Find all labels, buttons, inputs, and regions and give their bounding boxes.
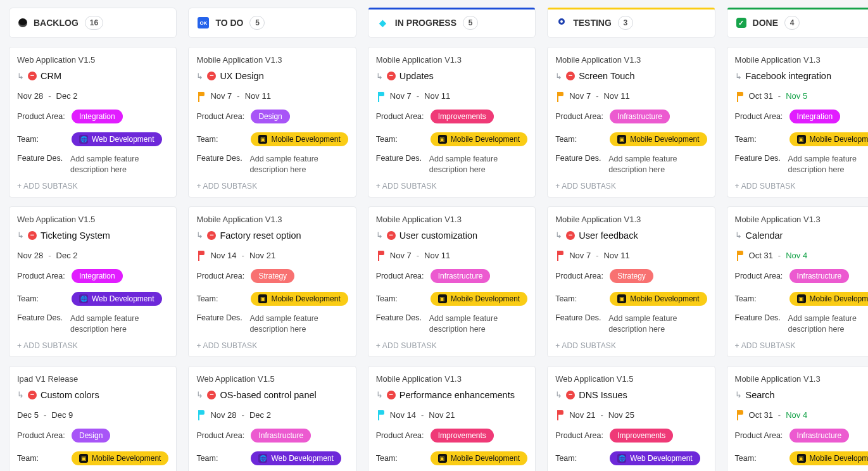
team-pill[interactable]: ▣ Mobile Development: [789, 292, 868, 306]
task-card[interactable]: Mobile Application V1.3 ↳ Calendar Oct 3…: [727, 206, 868, 357]
team-pill[interactable]: ▣ Mobile Development: [789, 451, 868, 465]
column-header-inprogress[interactable]: ◆ IN PROGRESS 5: [368, 8, 536, 38]
end-date[interactable]: Nov 11: [245, 91, 271, 101]
epic-name[interactable]: Mobile Application V1.3: [196, 212, 348, 227]
epic-name[interactable]: Web Application V1.5: [17, 53, 168, 67]
task-card[interactable]: Mobile Application V1.3 ↳ Factory reset …: [188, 206, 356, 357]
add-subtask-button[interactable]: + ADD SUBTASK: [196, 341, 348, 350]
team-pill[interactable]: 🌐 Web Development: [251, 451, 341, 465]
epic-name[interactable]: Web Application V1.5: [555, 372, 707, 386]
task-card[interactable]: Mobile Application V1.3 ↳ UX Design Nov …: [188, 47, 356, 198]
epic-name[interactable]: Mobile Application V1.3: [735, 372, 868, 386]
end-date[interactable]: Dec 2: [249, 410, 271, 420]
product-area-pill[interactable]: Infrastructure: [251, 429, 311, 443]
add-subtask-button[interactable]: + ADD SUBTASK: [17, 341, 168, 350]
start-date[interactable]: Nov 28: [210, 410, 236, 420]
team-pill[interactable]: ▣ Mobile Development: [251, 292, 348, 306]
end-date[interactable]: Nov 5: [786, 91, 807, 101]
start-date[interactable]: Nov 7: [390, 251, 412, 260]
epic-name[interactable]: Mobile Application V1.3: [735, 53, 868, 67]
epic-name[interactable]: Ipad V1 Release: [17, 372, 168, 386]
team-pill[interactable]: 🌐 Web Development: [610, 451, 700, 465]
end-date[interactable]: Nov 21: [249, 251, 275, 260]
epic-name[interactable]: Mobile Application V1.3: [376, 372, 527, 386]
start-date[interactable]: Nov 21: [569, 410, 595, 420]
start-date[interactable]: Nov 7: [569, 251, 591, 260]
epic-name[interactable]: Mobile Application V1.3: [376, 53, 527, 67]
add-subtask-button[interactable]: + ADD SUBTASK: [735, 182, 868, 191]
end-date[interactable]: Nov 11: [603, 251, 629, 260]
product-area-pill[interactable]: Improvements: [431, 429, 494, 443]
add-subtask-button[interactable]: + ADD SUBTASK: [555, 182, 707, 191]
end-date[interactable]: Nov 4: [786, 251, 807, 260]
start-date[interactable]: Oct 31: [749, 251, 773, 260]
product-area-pill[interactable]: Improvements: [610, 429, 673, 443]
product-area-pill[interactable]: Infrastructure: [789, 269, 850, 283]
product-area-pill[interactable]: Integration: [789, 110, 841, 123]
product-area-pill[interactable]: Improvements: [431, 110, 494, 123]
product-area-pill[interactable]: Infrastructure: [610, 110, 670, 123]
task-card[interactable]: Mobile Application V1.3 ↳ User feedback …: [547, 206, 715, 357]
product-area-pill[interactable]: Integration: [72, 269, 123, 283]
task-card[interactable]: Mobile Application V1.3 ↳ User customiza…: [368, 206, 536, 357]
product-area-pill[interactable]: Integration: [72, 110, 123, 123]
epic-name[interactable]: Mobile Application V1.3: [376, 212, 527, 227]
task-card[interactable]: Ipad V1 Release ↳ Custom colors Dec 5 - …: [9, 366, 177, 472]
start-date[interactable]: Nov 28: [17, 91, 43, 101]
product-area-pill[interactable]: Strategy: [251, 269, 294, 283]
epic-name[interactable]: Mobile Application V1.3: [735, 212, 868, 227]
product-area-pill[interactable]: Infrastructure: [431, 269, 491, 283]
end-date[interactable]: Nov 4: [786, 410, 807, 420]
start-date[interactable]: Nov 7: [569, 91, 591, 101]
end-date[interactable]: Dec 2: [56, 91, 78, 101]
team-pill[interactable]: 🌐 Web Development: [72, 292, 162, 306]
end-date[interactable]: Nov 21: [429, 410, 455, 420]
team-pill[interactable]: ▣ Mobile Development: [72, 451, 168, 465]
end-date[interactable]: Dec 9: [51, 410, 73, 420]
add-subtask-button[interactable]: + ADD SUBTASK: [376, 341, 527, 350]
epic-name[interactable]: Web Application V1.5: [196, 372, 348, 386]
start-date[interactable]: Nov 14: [210, 251, 236, 260]
team-pill[interactable]: ▣ Mobile Development: [431, 292, 527, 306]
add-subtask-button[interactable]: + ADD SUBTASK: [555, 341, 707, 350]
epic-name[interactable]: Mobile Application V1.3: [555, 212, 707, 227]
team-pill[interactable]: 🌐 Web Development: [72, 132, 162, 146]
end-date[interactable]: Nov 25: [608, 410, 634, 420]
column-header-backlog[interactable]: BACKLOG 16: [9, 8, 177, 38]
end-date[interactable]: Nov 11: [424, 91, 450, 101]
add-subtask-button[interactable]: + ADD SUBTASK: [17, 182, 168, 191]
team-pill[interactable]: ▣ Mobile Development: [610, 132, 707, 146]
add-subtask-button[interactable]: + ADD SUBTASK: [376, 182, 527, 191]
end-date[interactable]: Nov 11: [603, 91, 629, 101]
end-date[interactable]: Nov 11: [424, 251, 450, 260]
product-area-pill[interactable]: Strategy: [610, 269, 653, 283]
start-date[interactable]: Dec 5: [17, 410, 39, 420]
task-card[interactable]: Mobile Application V1.3 ↳ Search Oct 31 …: [727, 366, 868, 472]
start-date[interactable]: Nov 28: [17, 251, 43, 260]
epic-name[interactable]: Web Application V1.5: [17, 212, 168, 227]
task-card[interactable]: Mobile Application V1.3 ↳ Performance en…: [368, 366, 536, 472]
column-header-testing[interactable]: TESTING 3: [547, 8, 715, 38]
start-date[interactable]: Nov 14: [390, 410, 416, 420]
team-pill[interactable]: ▣ Mobile Development: [251, 132, 348, 146]
epic-name[interactable]: Mobile Application V1.3: [555, 53, 707, 67]
task-card[interactable]: Web Application V1.5 ↳ DNS Issues Nov 21…: [547, 366, 715, 472]
end-date[interactable]: Dec 2: [56, 251, 78, 260]
task-card[interactable]: Web Application V1.5 ↳ Ticketing System …: [9, 206, 177, 357]
epic-name[interactable]: Mobile Application V1.3: [196, 53, 348, 67]
team-pill[interactable]: ▣ Mobile Development: [789, 132, 868, 146]
column-header-done[interactable]: ✓ DONE 4: [727, 8, 868, 38]
start-date[interactable]: Nov 7: [210, 91, 232, 101]
add-subtask-button[interactable]: + ADD SUBTASK: [735, 341, 868, 350]
team-pill[interactable]: ▣ Mobile Development: [431, 132, 527, 146]
product-area-pill[interactable]: Design: [72, 429, 110, 443]
task-card[interactable]: Web Application V1.5 ↳ OS-based control …: [188, 366, 356, 472]
task-card[interactable]: Mobile Application V1.3 ↳ Facebook integ…: [727, 47, 868, 198]
start-date[interactable]: Oct 31: [749, 410, 773, 420]
start-date[interactable]: Oct 31: [749, 91, 773, 101]
task-card[interactable]: Mobile Application V1.3 ↳ Updates Nov 7 …: [368, 47, 536, 198]
product-area-pill[interactable]: Design: [251, 110, 289, 123]
task-card[interactable]: Web Application V1.5 ↳ CRM Nov 28 - Dec …: [9, 47, 177, 198]
team-pill[interactable]: ▣ Mobile Development: [431, 451, 527, 465]
start-date[interactable]: Nov 7: [390, 91, 412, 101]
